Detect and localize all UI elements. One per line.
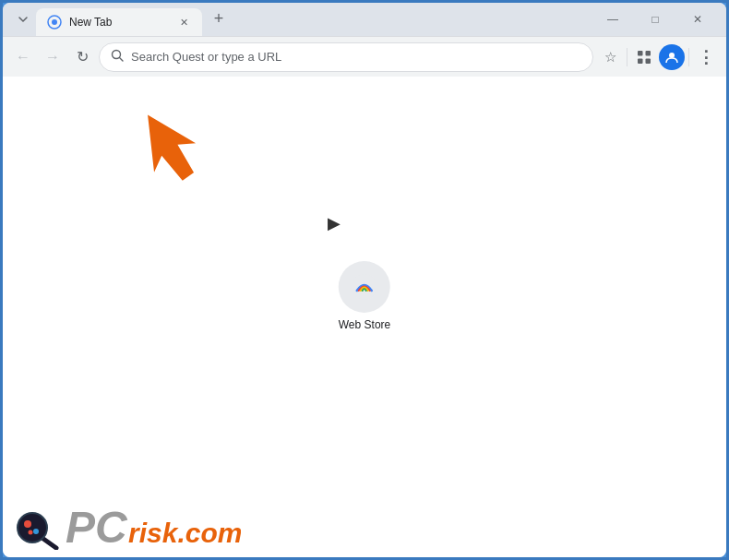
- tab-group-dropdown[interactable]: [10, 6, 36, 32]
- svg-text:PC: PC: [66, 503, 128, 550]
- close-button[interactable]: ✕: [676, 6, 719, 32]
- toolbar: ← → ↻ Search Quest or type a URL ☆: [3, 36, 726, 77]
- watermark: PC risk.com: [3, 494, 250, 557]
- svg-point-13: [33, 529, 39, 534]
- forward-button[interactable]: →: [40, 44, 66, 70]
- svg-text:risk.com: risk.com: [128, 518, 241, 548]
- tab-favicon: [47, 15, 62, 30]
- title-bar: New Tab ✕ + — □ ✕: [3, 3, 726, 36]
- svg-rect-7: [646, 58, 651, 64]
- refresh-button[interactable]: ↻: [69, 44, 95, 70]
- page-content: ▶ Web Store: [3, 77, 726, 557]
- toolbar-divider2: [688, 48, 689, 66]
- tab-close-button[interactable]: ✕: [176, 15, 191, 30]
- back-button[interactable]: ←: [10, 44, 36, 70]
- bookmark-button[interactable]: ☆: [597, 44, 623, 70]
- search-icon: [111, 49, 124, 65]
- web-store-label: Web Store: [339, 318, 390, 331]
- active-tab[interactable]: New Tab ✕: [36, 8, 202, 36]
- browser-window: New Tab ✕ + — □ ✕ ← → ↻ Search Quest or …: [3, 3, 726, 557]
- pcrisk-logo: PC risk.com: [12, 502, 241, 550]
- svg-line-3: [120, 58, 124, 62]
- svg-rect-4: [638, 51, 643, 56]
- menu-button[interactable]: ⋮: [693, 44, 719, 70]
- mouse-cursor: ▶: [328, 213, 341, 233]
- profile-button[interactable]: [659, 44, 685, 70]
- maximize-button[interactable]: □: [634, 6, 676, 32]
- window-controls: — □ ✕: [592, 6, 719, 32]
- svg-point-12: [24, 520, 31, 528]
- svg-point-1: [52, 19, 57, 25]
- svg-marker-9: [146, 101, 209, 191]
- address-placeholder: Search Quest or type a URL: [131, 50, 581, 64]
- tab-title: New Tab: [69, 16, 169, 29]
- svg-rect-6: [638, 58, 643, 64]
- extensions-button[interactable]: [631, 44, 657, 70]
- svg-point-14: [29, 530, 33, 535]
- minimize-button[interactable]: —: [592, 6, 634, 32]
- svg-line-15: [43, 539, 56, 548]
- web-store-icon: [339, 261, 390, 313]
- toolbar-actions: ☆ ⋮: [597, 44, 719, 70]
- address-bar[interactable]: Search Quest or type a URL: [99, 42, 593, 72]
- arrow-annotation: [146, 95, 238, 187]
- web-store-shortcut[interactable]: Web Store: [339, 261, 390, 331]
- svg-rect-5: [646, 51, 651, 56]
- new-tab-button[interactable]: +: [206, 6, 232, 31]
- svg-point-8: [669, 53, 675, 58]
- toolbar-divider: [627, 48, 627, 66]
